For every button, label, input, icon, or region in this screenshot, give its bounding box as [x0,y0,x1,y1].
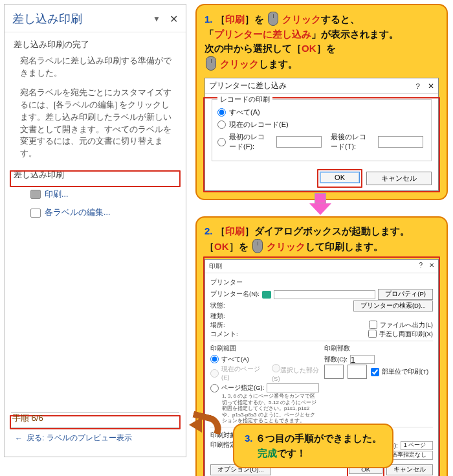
mouse-icon [268,12,278,26]
back-link-label: 戻る: ラベルのプレビュー表示 [27,433,132,444]
task-pane-body: 差し込み印刷の完了 宛名ラベルに差し込み印刷する準備ができました。 宛名ラベルを… [5,32,186,229]
instruction-bubble-1: 1. ［印刷］を クリックすると、 「プリンターに差し込み」が表示されます。 次… [195,4,448,200]
action-print[interactable]: 印刷... [14,185,177,204]
radio-selection [272,364,280,372]
instruction-bubble-3: 3. ６つ目の手順ができました。 完成です！ [233,424,393,468]
action-print-label: 印刷... [45,188,68,201]
first-record-input[interactable] [276,136,322,148]
instruction-text-2: 2. ［印刷］ダイアログボックスが起動します。 ［OK］を クリックして印刷しま… [204,224,439,254]
last-record-input[interactable] [378,136,423,148]
back-arrow-icon: ← [15,434,23,443]
section-desc: 宛名ラベルに差し込み印刷する準備ができました。 [14,55,177,80]
printer-select[interactable] [274,290,376,299]
cancel-button[interactable]: キャンセル [386,464,433,475]
printer-icon [30,190,41,199]
close-icon[interactable]: ✕ [429,262,434,271]
back-link[interactable]: ← 戻る: ラベルのプレビュー表示 [15,433,132,444]
task-pane-title: 差し込み印刷 [12,11,153,27]
fieldset-legend: レコードの印刷 [217,95,272,104]
print-to-file-checkbox[interactable] [369,321,377,329]
dialog-titlebar: プリンターに差し込み ? ✕ [205,78,438,94]
pages-input[interactable] [267,383,319,392]
dialog-buttons: OK キャンセル [205,166,438,190]
section-hint: 宛名ラベルを宛先ごとにカスタマイズするには、[各ラベルの編集] をクリックします… [14,87,177,160]
radio-current-page [210,369,219,378]
close-icon[interactable]: ✕ [428,82,434,91]
radio-range-input[interactable] [217,138,226,146]
collate-checkbox[interactable] [371,368,379,376]
action-edit-labels[interactable]: 各ラベルの編集... [14,203,177,222]
radio-range[interactable]: 最初のレコード(F): 最後のレコード(T): [217,132,426,152]
copies-input[interactable] [350,355,375,364]
printer-icon [262,291,271,299]
dialog-title: 印刷 [209,262,419,271]
cancel-button[interactable]: キャンセル [366,172,432,185]
document-icon [30,209,41,218]
radio-all[interactable] [210,355,219,363]
step-indicator: 手順 6/6 [12,411,178,425]
instruction-text-3: 3. ６つ目の手順ができました。 完成です！ [245,431,382,460]
radio-all[interactable]: すべて(A) [217,108,426,117]
paper-size-select[interactable]: 倍率指定なし [388,451,433,460]
mouse-icon [206,56,216,71]
pink-arrow-icon [309,193,331,215]
fieldset-records: レコードの印刷 すべて(A) 現在のレコード(E) 最初のレコード(F): 最後… [212,99,432,161]
mouse-icon [252,239,263,253]
radio-current-input[interactable] [217,120,226,129]
ok-button[interactable]: OK [320,172,360,183]
instruction-text-1: 1. ［印刷］を クリックすると、 「プリンターに差し込み」が表示されます。 次… [204,12,439,71]
divider [11,427,179,428]
actions-title: 差し込み印刷 [14,169,177,181]
dialog-body: レコードの印刷 すべて(A) 現在のレコード(E) 最初のレコード(F): 最後… [205,94,438,166]
dialog-titlebar: 印刷 ? ✕ [205,260,438,273]
help-icon[interactable]: ? [419,262,423,271]
action-edit-labels-label: 各ラベルの編集... [45,207,110,219]
task-pane: 差し込み印刷 ▼ ✕ 差し込み印刷の完了 宛名ラベルに差し込み印刷する準備ができ… [4,4,186,457]
dropdown-icon[interactable]: ▼ [153,14,160,23]
curved-arrow-icon [192,414,229,440]
help-icon[interactable]: ? [416,82,420,90]
pps-select[interactable]: 1 ページ [401,441,433,450]
dialog-printer-merge: プリンターに差し込み ? ✕ レコードの印刷 すべて(A) 現在のレコード(E)… [204,78,439,191]
section-title: 差し込み印刷の完了 [14,39,177,51]
radio-all-input[interactable] [217,108,226,117]
manual-duplex-checkbox[interactable] [368,330,377,338]
paper-icon [348,365,367,379]
task-pane-header: 差し込み印刷 ▼ ✕ [5,5,186,32]
radio-pages[interactable] [210,384,219,392]
dialog-title: プリンターに差し込み [209,81,416,91]
radio-current[interactable]: 現在のレコード(E) [217,120,426,130]
properties-button[interactable]: プロパティ(P) [378,289,433,300]
find-printer-button[interactable]: プリンターの検索(D)... [353,300,433,312]
paper-icon [324,365,344,379]
close-icon[interactable]: ✕ [170,13,178,25]
